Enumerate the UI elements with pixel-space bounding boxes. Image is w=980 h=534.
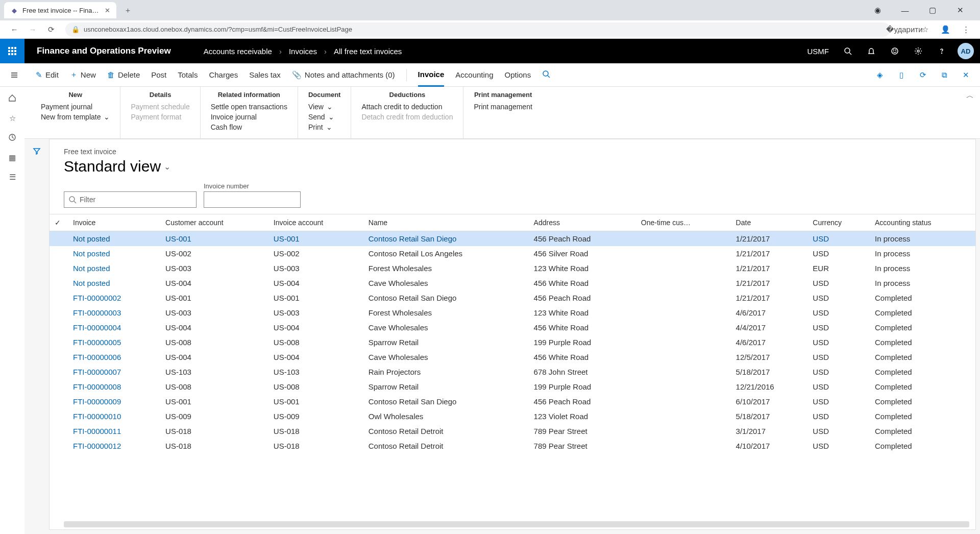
search-command-button[interactable] [542,70,550,80]
cell-address[interactable]: 789 Pear Street [529,424,636,439]
cell-date[interactable]: 12/5/2017 [731,350,808,365]
minimize-window-icon[interactable]: — [893,2,917,18]
cell-customer-account[interactable]: US-001 [160,394,268,409]
cell-one-time[interactable] [636,320,731,335]
cell-invoice[interactable]: FTI-00000010 [68,409,160,424]
cell-date[interactable]: 6/10/2017 [731,394,808,409]
star-icon[interactable]: ☆ [9,114,16,123]
home-icon[interactable] [8,94,16,104]
diamond-icon[interactable]: ◈ [873,70,887,80]
cell-invoice-account[interactable]: US-001 [268,394,363,409]
cell-invoice-account[interactable]: US-018 [268,424,363,439]
cell-customer-account[interactable]: US-003 [160,261,268,276]
col-one-time[interactable]: One-time cus… [636,214,731,231]
table-row[interactable]: FTI-00000003US-003US-003Forest Wholesale… [50,305,975,320]
table-row[interactable]: Not postedUS-004US-004Cave Wholesales456… [50,276,975,290]
cell-customer-account[interactable]: US-001 [160,231,268,247]
cell-date[interactable]: 5/18/2017 [731,365,808,379]
zoom-icon[interactable]: �ударити [896,21,913,38]
cell-customer-account[interactable]: US-009 [160,409,268,424]
cell-invoice[interactable]: Not posted [68,276,160,290]
cell-name[interactable]: Sparrow Retail [363,379,529,394]
invoice-number-input[interactable] [204,191,301,208]
cell-address[interactable]: 456 Peach Road [529,290,636,305]
cell-date[interactable]: 12/21/2016 [731,379,808,394]
cell-name[interactable]: Contoso Retail Detroit [363,424,529,439]
cell-address[interactable]: 456 White Road [529,276,636,290]
cell-currency[interactable]: USD [807,320,870,335]
cell-address[interactable]: 456 White Road [529,350,636,365]
table-row[interactable]: FTI-00000004US-004US-004Cave Wholesales4… [50,320,975,335]
payment-journal-button[interactable]: Payment journal [41,102,110,112]
attach-credit-button[interactable]: Attach credit to deduction [361,102,453,112]
cell-address[interactable]: 199 Purple Road [529,335,636,350]
cell-name[interactable]: Cave Wholesales [363,350,529,365]
office-icon[interactable]: ▯ [894,70,909,80]
cell-status[interactable]: Completed [870,335,975,350]
cell-invoice[interactable]: FTI-00000004 [68,320,160,335]
select-all-checkbox[interactable]: ✓ [50,214,68,231]
cell-one-time[interactable] [636,365,731,379]
cell-customer-account[interactable]: US-004 [160,320,268,335]
cell-invoice-account[interactable]: US-009 [268,409,363,424]
cell-date[interactable]: 4/4/2017 [731,320,808,335]
cell-one-time[interactable] [636,335,731,350]
totals-button[interactable]: Totals [178,70,198,79]
cell-date[interactable]: 4/6/2017 [731,305,808,320]
cell-date[interactable]: 1/21/2017 [731,231,808,247]
cell-status[interactable]: Completed [870,290,975,305]
breadcrumb-item[interactable]: Invoices [289,47,317,56]
cell-status[interactable]: In process [870,276,975,290]
cell-currency[interactable]: USD [807,409,870,424]
cell-status[interactable]: Completed [870,409,975,424]
accounting-tab[interactable]: Accounting [455,70,493,79]
breadcrumb-item[interactable]: All free text invoices [334,47,402,56]
table-row[interactable]: FTI-00000012US-018US-018Contoso Retail D… [50,439,975,453]
cell-currency[interactable]: USD [807,379,870,394]
company-selector[interactable]: USMF [801,47,836,56]
cell-invoice[interactable]: FTI-00000005 [68,335,160,350]
cell-one-time[interactable] [636,246,731,261]
cell-name[interactable]: Forest Wholesales [363,305,529,320]
cell-status[interactable]: Completed [870,394,975,409]
browser-forward-button[interactable]: → [24,21,41,38]
col-invoice[interactable]: Invoice [68,214,160,231]
cell-customer-account[interactable]: US-003 [160,305,268,320]
cell-status[interactable]: In process [870,231,975,247]
cell-customer-account[interactable]: US-018 [160,439,268,453]
filter-pane-toggle[interactable] [24,139,49,534]
cell-invoice[interactable]: FTI-00000012 [68,439,160,453]
cell-address[interactable]: 123 White Road [529,261,636,276]
cell-customer-account[interactable]: US-004 [160,276,268,290]
collapse-ribbon-icon[interactable]: ︿ [966,91,974,101]
recent-icon[interactable] [8,133,16,143]
row-checkbox[interactable] [50,276,68,290]
table-row[interactable]: FTI-00000007US-103US-103Rain Projectors6… [50,365,975,379]
col-status[interactable]: Accounting status [870,214,975,231]
cell-invoice[interactable]: FTI-00000003 [68,305,160,320]
table-row[interactable]: FTI-00000002US-001US-001Contoso Retail S… [50,290,975,305]
cell-address[interactable]: 456 Peach Road [529,394,636,409]
cell-customer-account[interactable]: US-002 [160,246,268,261]
print-management-button[interactable]: Print management [474,102,532,112]
cell-status[interactable]: In process [870,246,975,261]
row-checkbox[interactable] [50,261,68,276]
cell-status[interactable]: Completed [870,320,975,335]
table-row[interactable]: FTI-00000008US-008US-008Sparrow Retail19… [50,379,975,394]
hamburger-menu-button[interactable] [4,71,24,79]
cell-date[interactable]: 1/21/2017 [731,246,808,261]
row-checkbox[interactable] [50,394,68,409]
cell-name[interactable]: Contoso Retail San Diego [363,394,529,409]
cell-invoice-account[interactable]: US-001 [268,290,363,305]
app-launcher-button[interactable] [0,39,24,63]
cell-currency[interactable]: USD [807,335,870,350]
cell-invoice-account[interactable]: US-003 [268,261,363,276]
cell-invoice[interactable]: Not posted [68,246,160,261]
row-checkbox[interactable] [50,335,68,350]
cell-currency[interactable]: EUR [807,261,870,276]
cell-currency[interactable]: USD [807,290,870,305]
row-checkbox[interactable] [50,231,68,247]
cell-name[interactable]: Cave Wholesales [363,320,529,335]
cell-one-time[interactable] [636,424,731,439]
cell-currency[interactable]: USD [807,350,870,365]
